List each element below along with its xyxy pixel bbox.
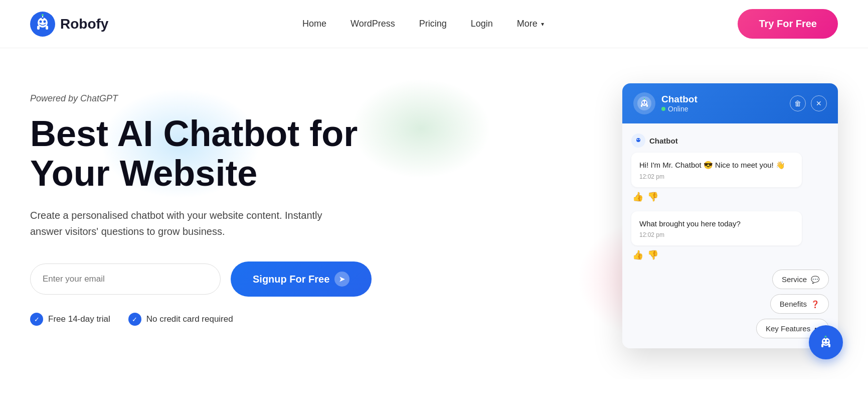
close-icon-button[interactable]: ✕ (811, 95, 827, 111)
chatbot-body: Chatbot Hi! I'm Mr. Chatbot 😎 Nice to me… (622, 123, 838, 348)
check-icon-trial: ✓ (30, 313, 43, 326)
chatbot-sender-row: Chatbot (631, 134, 829, 148)
svg-rect-13 (644, 99, 645, 101)
svg-rect-8 (46, 26, 48, 30)
online-indicator (661, 107, 665, 111)
nav-home[interactable]: Home (302, 19, 326, 29)
thumbs-up-icon-1[interactable]: 👍 (632, 191, 643, 202)
logo-icon (30, 12, 55, 37)
chatbot-name: Chatbot (661, 94, 698, 105)
trash-icon-button[interactable]: 🗑 (790, 95, 806, 111)
chatbot-widget-container: Chatbot Online 🗑 ✕ (622, 83, 838, 348)
quick-replies: Service 💬 Benefits ❓ Key Features •• (631, 270, 829, 338)
benefits-icon: ❓ (811, 300, 819, 308)
svg-rect-25 (825, 337, 826, 339)
nav-more[interactable]: More ▾ (517, 19, 544, 29)
svg-point-20 (639, 139, 640, 140)
thumbs-down-icon-1[interactable]: 👎 (647, 191, 658, 202)
svg-point-11 (642, 101, 644, 103)
email-input[interactable] (30, 264, 221, 295)
chatbot-window: Chatbot Online 🗑 ✕ (622, 83, 838, 348)
svg-point-12 (645, 101, 646, 103)
service-icon: 💬 (811, 276, 819, 284)
svg-point-3 (44, 20, 46, 23)
svg-point-18 (636, 138, 640, 142)
svg-point-6 (42, 14, 44, 16)
chatbot-header: Chatbot Online 🗑 ✕ (622, 83, 838, 123)
floating-chatbot-button[interactable] (809, 325, 843, 359)
logo[interactable]: Robofy (30, 12, 108, 37)
quick-reply-service[interactable]: Service 💬 (772, 270, 829, 289)
nav-login[interactable]: Login (471, 19, 493, 29)
nav-links: Home WordPress Pricing Login More ▾ (302, 19, 544, 29)
arrow-right-icon: ➤ (334, 272, 350, 287)
sender-name-label: Chatbot (649, 137, 678, 145)
hero-content-left: Powered by ChatGPT Best AI Chatbot for Y… (30, 78, 622, 326)
svg-rect-27 (821, 344, 823, 347)
hero-subtitle: Create a personalised chatbot with your … (30, 207, 341, 239)
chevron-down-icon: ▾ (541, 21, 544, 28)
svg-rect-7 (37, 26, 40, 30)
signup-button[interactable]: Signup For Free ➤ (231, 261, 372, 297)
reaction-row-2: 👍 👎 (631, 249, 829, 260)
email-signup-row: Signup For Free ➤ (30, 261, 622, 297)
chat-bubble-1: Hi! I'm Mr. Chatbot 😎 Nice to meet you! … (631, 153, 802, 187)
svg-rect-28 (828, 344, 830, 347)
try-free-button[interactable]: Try For Free (738, 9, 838, 39)
svg-point-26 (825, 336, 827, 338)
nav-pricing[interactable]: Pricing (419, 19, 447, 29)
chatbot-status: Online (661, 105, 698, 113)
thumbs-up-icon-2[interactable]: 👍 (632, 249, 643, 260)
svg-point-24 (827, 340, 829, 342)
powered-by-label: Powered by ChatGPT (30, 93, 622, 104)
reaction-row-1: 👍 👎 (631, 191, 829, 202)
chatbot-header-info: Chatbot Online (633, 92, 698, 114)
svg-point-2 (40, 20, 42, 23)
chat-bubble-2: What brought you here today? 12:02 pm (631, 211, 802, 246)
chatbot-avatar (633, 92, 655, 114)
trust-no-card: ✓ No credit card required (128, 313, 233, 326)
nav-wordpress[interactable]: WordPress (351, 19, 395, 29)
check-icon-card: ✓ (128, 313, 141, 326)
hero-section: Powered by ChatGPT Best AI Chatbot for Y… (0, 48, 868, 379)
sender-bot-icon (631, 134, 645, 148)
quick-reply-benefits[interactable]: Benefits ❓ (770, 294, 829, 314)
chatbot-header-actions: 🗑 ✕ (790, 95, 827, 111)
hero-title: Best AI Chatbot for Your Website (30, 114, 441, 193)
trust-badges: ✓ Free 14-day trial ✓ No credit card req… (30, 313, 622, 326)
svg-point-14 (644, 98, 645, 99)
trust-trial: ✓ Free 14-day trial (30, 313, 110, 326)
svg-rect-15 (641, 104, 642, 107)
svg-point-19 (637, 139, 638, 140)
svg-point-23 (823, 340, 825, 342)
navbar: Robofy Home WordPress Pricing Login More… (0, 0, 868, 48)
logo-text: Robofy (60, 16, 108, 32)
thumbs-down-icon-2[interactable]: 👎 (647, 249, 658, 260)
svg-rect-16 (646, 104, 648, 107)
